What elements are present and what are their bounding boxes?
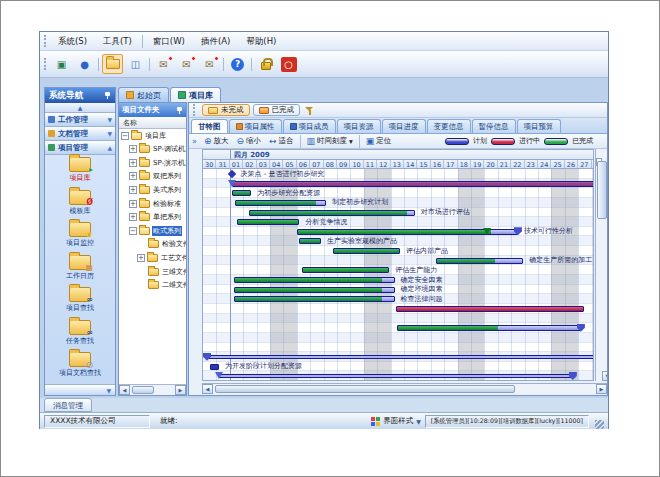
menu-item[interactable]: 窗口(W)	[145, 34, 193, 49]
tree-node[interactable]: +工艺文件	[137, 251, 186, 264]
task-bar[interactable]	[210, 364, 219, 370]
sidebar-item-项目查找[interactable]: ∞项目查找	[45, 286, 115, 318]
summary-line[interactable]	[219, 374, 573, 378]
menu-item[interactable]: 系统(S)	[50, 34, 95, 49]
scroll-thumb[interactable]	[597, 161, 607, 219]
filter-button-已完成[interactable]: 已完成	[253, 104, 301, 116]
gantt-horizontal-scrollbar[interactable]: ◀ ▶	[202, 383, 607, 394]
scroll-down-icon[interactable]: ▼	[602, 371, 608, 381]
ui-style-button[interactable]: 界面样式 ▼	[371, 416, 421, 426]
summary-bar[interactable]	[232, 181, 594, 187]
zoom-in-button[interactable]: ⊕放大	[200, 135, 233, 148]
sidebar-item-项目文档查找[interactable]: ○项目文档查找	[45, 351, 115, 383]
scroll-right-icon[interactable]: ▶	[175, 385, 186, 395]
task-bar[interactable]	[397, 325, 581, 331]
toolbar-button[interactable]	[102, 54, 123, 74]
toolbar-button[interactable]: ✉	[176, 54, 197, 74]
menu-item[interactable]: 插件(A)	[193, 34, 238, 49]
task-bar[interactable]	[299, 238, 320, 244]
task-bar[interactable]	[234, 296, 395, 302]
tree-node[interactable]: −项目库	[121, 129, 167, 142]
tree-node[interactable]: +SP-演示机系	[129, 156, 186, 169]
gantt-tab-项目预算[interactable]: 项目预算	[517, 119, 561, 133]
filter-funnel-icon[interactable]	[305, 106, 314, 115]
toolbar-button[interactable]: ◫	[125, 54, 146, 74]
gantt-tab-项目进度[interactable]: 项目进度	[382, 119, 426, 133]
menu-item[interactable]: 工具(T)	[95, 34, 140, 49]
fit-button[interactable]: ↔适合	[265, 135, 298, 148]
tree-node[interactable]: +美式系列	[129, 183, 182, 196]
task-bar[interactable]	[232, 190, 251, 196]
scroll-thumb[interactable]	[132, 386, 154, 394]
locate-button[interactable]: ▣定位	[362, 135, 396, 148]
tree-node[interactable]: +检验标准	[129, 197, 182, 210]
toolbar-button[interactable]: ✉	[199, 54, 220, 74]
tree-node[interactable]: +单把系列	[129, 211, 182, 224]
sidebar-section-partial[interactable]: ▼	[45, 384, 115, 396]
tree-node[interactable]: 检验文件	[137, 238, 186, 251]
tree-expander-icon[interactable]: +	[129, 213, 137, 221]
gantt-tab-项目属性[interactable]: 项目属性	[229, 119, 282, 133]
sidebar-section-collapsed[interactable]: 工作管理▼	[45, 113, 115, 127]
tree-expander-icon[interactable]: +	[129, 186, 137, 194]
task-bar[interactable]	[235, 200, 326, 206]
sidebar-item-工作日历[interactable]: ▦工作日历	[45, 254, 115, 286]
menu-item[interactable]: 帮助(H)	[238, 34, 284, 49]
toolbar-button[interactable]: ●	[74, 54, 95, 74]
tree-node[interactable]: +双把系列	[129, 170, 182, 183]
toolbar-button[interactable]: ▣	[51, 54, 72, 74]
toolbar-button[interactable]	[255, 54, 276, 74]
tree-expander-icon[interactable]: +	[129, 200, 137, 208]
tree-expander-icon[interactable]: +	[129, 159, 137, 167]
scroll-left-icon[interactable]: ◀	[202, 384, 213, 394]
sidebar-item-模板库[interactable]: Ø模板库	[45, 189, 115, 221]
tree-node[interactable]: 二维文件	[137, 279, 186, 292]
tree-node[interactable]: +SP-调试机系	[129, 143, 186, 156]
task-bar[interactable]	[302, 267, 389, 273]
tree-horizontal-scrollbar[interactable]: ◀ ▶	[119, 384, 186, 395]
tree-expander-icon[interactable]: −	[121, 132, 129, 140]
pin-icon[interactable]	[104, 92, 111, 99]
sidebar-section-collapsed[interactable]: 文档管理▼	[45, 127, 115, 141]
message-management-tab[interactable]: 消息管理	[44, 398, 92, 412]
resize-grip[interactable]	[595, 420, 604, 429]
toolbar-button[interactable]: ?	[227, 54, 248, 74]
sidebar-section-expanded[interactable]: 项目管理▲	[45, 141, 115, 155]
toolbar-button[interactable]: ○	[278, 54, 299, 74]
tab-起始页[interactable]: 起始页	[118, 87, 169, 102]
toolbar-button[interactable]: ✉	[153, 54, 174, 74]
tree-column-header[interactable]: 名称	[119, 117, 186, 129]
gantt-tab-变更信息[interactable]: 变更信息	[427, 119, 471, 133]
task-bar[interactable]	[234, 287, 395, 293]
gantt-vertical-scrollbar[interactable]: ▲ ▼	[595, 149, 607, 381]
task-bar[interactable]	[234, 277, 395, 283]
sidebar-item-任务查找[interactable]: ∞任务查找	[45, 319, 115, 351]
scroll-left-icon[interactable]: ◀	[119, 385, 130, 395]
time-scale-button[interactable]: ▥时间刻度▾	[303, 135, 357, 148]
task-bar[interactable]	[436, 258, 523, 264]
overflow-chevron-icon[interactable]: »	[189, 137, 200, 146]
gantt-tab-甘特图[interactable]: 甘特图	[191, 119, 228, 133]
task-bar[interactable]	[237, 219, 300, 225]
tree-expander-icon[interactable]: +	[129, 145, 137, 153]
zoom-out-button[interactable]: ⊖缩小	[232, 135, 265, 148]
tree-node[interactable]: 三维文件	[137, 265, 186, 278]
tree-expander-icon[interactable]: +	[137, 254, 145, 262]
tree-expander-icon[interactable]: +	[129, 172, 137, 180]
gantt-tab-项目资源[interactable]: 项目资源	[337, 119, 381, 133]
scroll-right-icon[interactable]: ▶	[596, 384, 607, 394]
tree-expander-icon[interactable]: −	[129, 227, 137, 235]
pin-icon[interactable]	[176, 107, 183, 114]
tab-项目库[interactable]: 项目库	[170, 87, 221, 102]
gantt-tab-项目成员[interactable]: 项目成员	[283, 119, 336, 133]
tree-node[interactable]: −欧式系列	[129, 224, 182, 237]
inprogress-bar[interactable]	[396, 306, 584, 312]
summary-line[interactable]	[207, 355, 594, 359]
task-bar[interactable]	[249, 210, 415, 216]
scroll-thumb[interactable]	[215, 385, 515, 393]
gantt-chart[interactable]: 决策点 - 是否进行初步研究为初步研究分配资源制定初步研究计划对市场进行评估分析…	[202, 169, 594, 381]
gantt-tab-暂停信息[interactable]: 暂停信息	[472, 119, 516, 133]
sidebar-collapse-button[interactable]: ▲	[45, 103, 115, 113]
filter-button-未完成[interactable]: 未完成	[202, 104, 250, 116]
sidebar-item-项目监控[interactable]: ★项目监控	[45, 221, 115, 253]
